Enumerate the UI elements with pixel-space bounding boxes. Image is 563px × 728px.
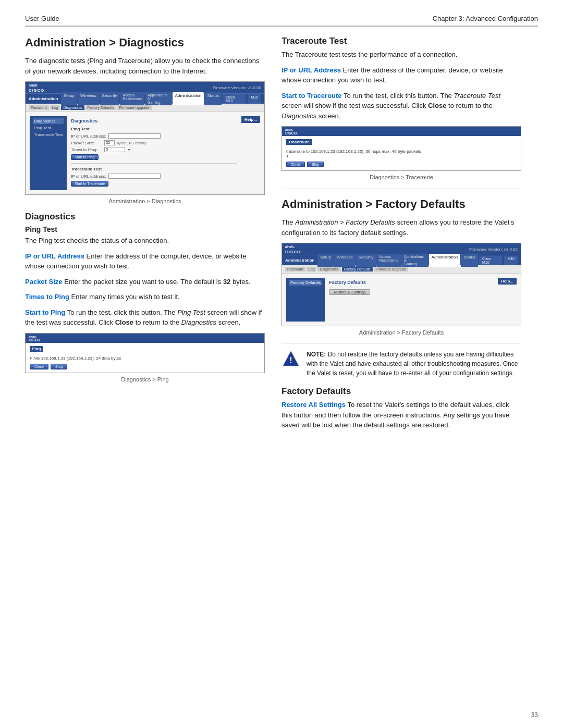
traceroute-title: Traceroute Test xyxy=(282,36,521,46)
factory-defaults-title: Administration > Factory Defaults xyxy=(282,198,521,211)
sidebar-diagnostics: Diagnostics xyxy=(33,118,64,124)
ip-url-para: IP or URL Address Enter the address of t… xyxy=(25,251,265,272)
rs-help-text: Help... xyxy=(241,116,260,123)
factory-m10: M10 xyxy=(504,256,518,265)
factory-defaults-intro: The Administration > Factory Defaults sc… xyxy=(282,217,521,238)
factory-subnav-factory: Factory Defaults xyxy=(342,267,373,272)
page-number: 33 xyxy=(531,711,538,719)
factory-subnav-firmware: Firmware Upgrade xyxy=(374,267,408,272)
factory-nav-wireless: Wireless xyxy=(334,254,356,267)
factory-subnav-log: Log xyxy=(307,267,317,272)
factory-sidebar-item: Factory Defaults xyxy=(289,280,322,286)
warning-icon: ! xyxy=(282,350,300,368)
times-to-ping-desc: Enter many times you wish to test it. xyxy=(69,293,180,301)
nav-tab-wireless: Wireless xyxy=(78,92,99,105)
start-to-ping-desc: To run the test, click this button. The xyxy=(65,309,177,316)
rs-ip-input[interactable] xyxy=(108,133,161,139)
factory-help-text: Help... xyxy=(498,278,517,285)
ip-url-label: IP or URL Address xyxy=(25,252,84,260)
restore-all-label: Restore All Settings xyxy=(282,401,346,409)
nav-tab-status: Status xyxy=(204,92,222,105)
traceroute-close-bold: Close xyxy=(428,102,446,109)
factory-defaults-caption: Administration > Factory Defaults xyxy=(282,329,521,336)
start-ping-last: screen. xyxy=(216,318,240,326)
rs-traceroute-label: Traceroute Test xyxy=(71,167,237,171)
factory-firmware: Firmware Version: v1.0.02 xyxy=(469,247,518,252)
start-traceroute-label: Start to Traceroute xyxy=(282,92,342,100)
admin-diagnostics-caption: Administration > Diagnostics xyxy=(25,198,265,204)
sidebar-traceroute: Traceroute Test xyxy=(33,132,64,138)
subnav-diagnostics: Diagnostics xyxy=(61,105,84,110)
sidebar-ping-test: Ping Test xyxy=(33,125,64,131)
close-bold: Close xyxy=(115,318,133,326)
nav-tab-access: AccessRestrictions xyxy=(120,92,144,105)
note-text: NOTE: Do not restore the factory default… xyxy=(307,350,521,378)
packet-size-para: Packet Size Enter the packet size you wa… xyxy=(25,277,265,287)
rs-traceroute-ip-label: IP or URL address: xyxy=(71,174,106,179)
factory-subnav-password: Password xyxy=(285,267,305,272)
cisco-logo: ahah. CISCO. xyxy=(29,82,46,93)
nav-tab-apps: Applications &Gaming xyxy=(145,92,172,105)
rs-start-traceroute-btn[interactable]: Start to Traceroute xyxy=(71,181,108,187)
traceroute-test-italic: Traceroute Test xyxy=(454,92,500,100)
rs-start-ping-btn[interactable]: Start to Ping xyxy=(71,154,99,160)
packet-size-bold: 32 xyxy=(223,278,230,286)
packet-size-desc: Enter the packet size you want to use. T… xyxy=(63,278,223,286)
traceroute-section-label: Traceroute xyxy=(286,139,312,145)
note-box: ! NOTE: Do not restore the factory defau… xyxy=(282,343,521,378)
left-column: Administration > Diagnostics The diagnos… xyxy=(25,36,265,436)
diagnostics-title: Diagnostics xyxy=(25,212,265,222)
rs-ip-label: IP or URL address: xyxy=(71,134,106,139)
factory-restore-btn[interactable]: Restore All Settings xyxy=(329,289,370,295)
traceroute-caption: Diagnostics > Traceroute xyxy=(282,174,521,180)
restore-all-para: Restore All Settings To reset the Valet'… xyxy=(282,400,521,430)
rs-times-label: Times to Ping: xyxy=(71,147,102,152)
traceroute-stop-btn[interactable]: Stop xyxy=(307,162,324,167)
admin-diagnostics-screenshot: ahah. CISCO. Firmware Version: v1.0.00 A… xyxy=(25,81,265,195)
traceroute-result-screenshot: ahah. CISCO. Traceroute traceroute to 19… xyxy=(282,126,521,171)
nav-admin-label: Administration xyxy=(29,96,60,101)
packet-size-label: Packet Size xyxy=(25,278,63,286)
header-left: User Guide xyxy=(25,15,59,22)
factory-nav-admin-label: Administration xyxy=(285,258,316,263)
factory-nav-security: Security xyxy=(356,254,376,267)
m10-badge: M10 xyxy=(248,94,261,104)
nav-tab-admin: Administration xyxy=(173,92,204,105)
start-traceroute-end: screen will show if the test was success… xyxy=(282,102,428,109)
rs-ping-test-label: Ping Test xyxy=(71,127,237,131)
ping-test-intro: The Ping test checks the status of a con… xyxy=(25,236,265,246)
note-body: Do not restore the factory defaults unle… xyxy=(307,351,518,377)
rs-packet-range: bytes (32 - 65500) xyxy=(117,141,146,145)
ping-cisco-logo: ahah. CISCO. xyxy=(29,335,41,342)
subnav-factory: Factory Defaults xyxy=(85,105,116,110)
factory-header: Factory Defaults xyxy=(329,280,494,285)
traceroute-diagnostics-italic: Diagnostics xyxy=(282,112,316,120)
ping-close-btn[interactable]: Close xyxy=(30,364,48,369)
rs-times-select[interactable]: 5 xyxy=(104,147,125,152)
ping-result-text: PING 192.168.1.23 (192.168.1.23): 24 dat… xyxy=(30,356,260,361)
ping-stop-btn[interactable]: Stop xyxy=(51,364,67,369)
factory-defaults-sub-title: Factory Defaults xyxy=(282,386,521,397)
right-column: Traceroute Test The Traceroute test test… xyxy=(282,36,521,436)
factory-nav-access: AccessRestrictions xyxy=(376,254,401,267)
traceroute-close-btn[interactable]: Close xyxy=(286,162,305,167)
rs-traceroute-ip-input[interactable] xyxy=(108,174,161,179)
factory-defaults-screenshot: ahah. CISCO. Firmware Version: v1.0.02 A… xyxy=(282,243,521,326)
factory-nav-setup: Setup xyxy=(317,254,334,267)
ping-result-caption: Diagnostics > Ping xyxy=(25,376,265,382)
rs-packet-input[interactable]: 32 xyxy=(104,140,115,145)
traceroute-result-text: traceroute to 192.168.1.23 (192.168.1.23… xyxy=(286,149,517,158)
factory-nav-tabs: Setup Wireless Security AccessRestrictio… xyxy=(317,254,478,267)
rs-diagnostics-header: Diagnostics xyxy=(71,118,237,124)
nav-tab-setup: Setup xyxy=(61,92,77,105)
times-to-ping-para: Times to Ping Enter many times you wish … xyxy=(25,292,265,302)
start-traceroute-para: Start to Traceroute To run the test, cli… xyxy=(282,91,521,121)
factory-intro-1: The xyxy=(282,218,295,226)
left-intro-text: The diagnostic tests (Ping and Tracerout… xyxy=(25,56,265,76)
cisco-m10-badge: Cisco M10 xyxy=(223,94,246,104)
packet-size-end: bytes. xyxy=(230,278,250,286)
ping-test-title: Ping Test xyxy=(25,225,265,233)
traceroute-ip-para: IP or URL Address Enter the address of t… xyxy=(282,65,521,85)
traceroute-cisco-logo: ahah. CISCO. xyxy=(285,128,298,135)
subnav-password: Password xyxy=(29,105,49,110)
